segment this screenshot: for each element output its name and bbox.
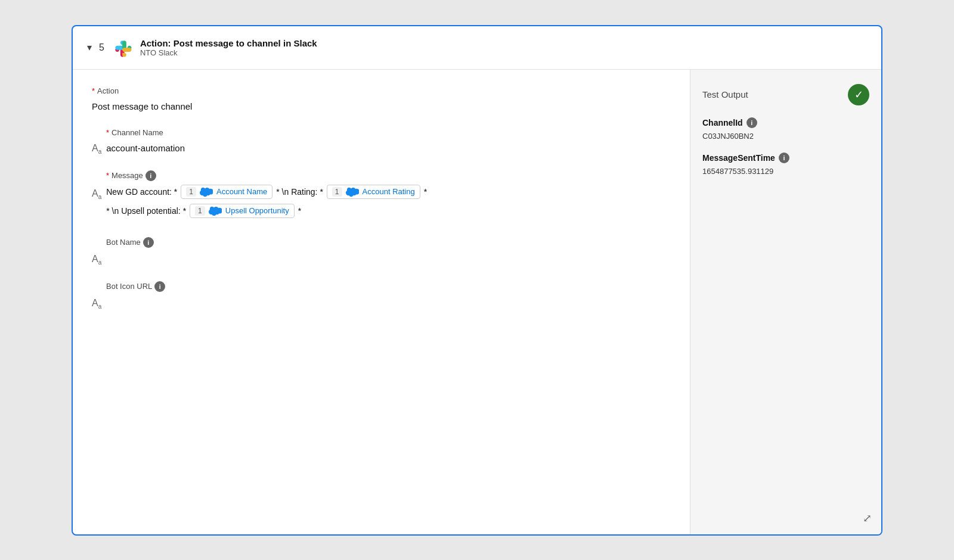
slack-logo-icon <box>111 37 133 58</box>
channel-id-value: C03JNJ60BN2 <box>702 132 869 141</box>
side-panel: Test Output ✓ ChannelId i C03JNJ60BN2 Me… <box>690 70 881 534</box>
channel-name-row: Aa account-automation <box>92 141 671 156</box>
message-sent-time-label: MessageSentTime i <box>702 153 869 163</box>
action-header: ▾ 5 Action: Post message to channel in S… <box>73 26 881 70</box>
collapse-chevron[interactable]: ▾ <box>87 42 92 53</box>
message-line2-end: * <box>298 206 301 216</box>
account-name-pill[interactable]: 1 Account Name <box>181 185 272 199</box>
aa-symbol-channel: Aa <box>92 142 101 156</box>
message-sent-time-field: MessageSentTime i 1654877535.931129 <box>702 153 869 176</box>
header-text: Action: Post message to channel in Slack… <box>140 38 317 57</box>
message-required-star: * <box>106 171 109 180</box>
salesforce-cloud-icon-1 <box>200 187 213 197</box>
pill3-label: Upsell Opportunity <box>225 206 289 215</box>
pill1-num: 1 <box>186 187 196 197</box>
test-output-title: Test Output <box>702 89 748 99</box>
pill2-label: Account Rating <box>363 187 415 196</box>
message-line-2: * \n Upsell potential: * 1 Upsell Opport… <box>106 204 427 218</box>
message-mid: * \n Rating: * <box>276 187 323 197</box>
message-line-1: New GD account: * 1 Account Name * \n Ra… <box>106 185 427 199</box>
message-sent-time-value: 1654877535.931129 <box>702 167 869 176</box>
pill2-num: 1 <box>332 187 342 197</box>
bot-icon-url-section: Bot Icon URL i Aa <box>92 281 671 311</box>
action-label: * Action <box>92 86 671 95</box>
bot-name-row: Aa <box>92 251 671 267</box>
expand-icon[interactable]: ⤢ <box>863 512 872 525</box>
channel-required-star: * <box>106 128 109 137</box>
bot-name-info-icon[interactable]: i <box>143 237 154 248</box>
message-prefix: New GD account: * <box>106 187 177 197</box>
side-panel-header: Test Output ✓ <box>702 84 869 105</box>
action-title: Action: Post message to channel in Slack <box>140 38 317 48</box>
bot-icon-info-icon[interactable]: i <box>154 281 165 292</box>
success-check-icon: ✓ <box>848 84 869 105</box>
salesforce-cloud-icon-3 <box>209 206 222 216</box>
pill1-label: Account Name <box>216 187 267 196</box>
bot-name-label: Bot Name i <box>92 237 671 248</box>
channel-name-section: * Channel Name Aa account-automation <box>92 128 671 156</box>
message-lines: New GD account: * 1 Account Name * \n Ra… <box>106 185 427 223</box>
message-content-row: Aa New GD account: * 1 Account Name <box>92 185 671 223</box>
salesforce-cloud-icon-2 <box>346 187 359 197</box>
aa-symbol-message: Aa <box>92 187 101 201</box>
message-section: * Message i Aa New GD account: * 1 <box>92 170 671 223</box>
action-subtitle: NTO Slack <box>140 48 317 57</box>
message-info-icon[interactable]: i <box>145 170 156 181</box>
content-area: * Action Post message to channel * Chann… <box>73 70 881 534</box>
bot-icon-url-label: Bot Icon URL i <box>92 281 671 292</box>
main-card: ▾ 5 Action: Post message to channel in S… <box>72 25 882 536</box>
upsell-opportunity-pill[interactable]: 1 Upsell Opportunity <box>190 204 295 218</box>
bot-icon-url-row: Aa <box>92 295 671 311</box>
message-end: * <box>424 187 427 197</box>
channel-name-label: * Channel Name <box>92 128 671 137</box>
action-required-star: * <box>92 86 95 95</box>
message-line2-prefix: * \n Upsell potential: * <box>106 206 186 216</box>
bot-name-section: Bot Name i Aa <box>92 237 671 267</box>
message-sent-time-info-icon[interactable]: i <box>779 153 789 163</box>
channel-name-value: account-automation <box>106 141 185 155</box>
account-rating-pill[interactable]: 1 Account Rating <box>327 185 420 199</box>
channel-id-info-icon[interactable]: i <box>747 117 757 128</box>
aa-symbol-bot-icon: Aa <box>92 297 101 311</box>
channel-id-label: ChannelId i <box>702 117 869 128</box>
action-field-section: * Action Post message to channel <box>92 86 671 114</box>
step-number: 5 <box>99 42 104 53</box>
action-value: Post message to channel <box>92 99 671 114</box>
channel-id-field: ChannelId i C03JNJ60BN2 <box>702 117 869 141</box>
pill3-num: 1 <box>195 206 205 216</box>
main-panel: * Action Post message to channel * Chann… <box>73 70 690 534</box>
message-label: * Message i <box>92 170 671 181</box>
aa-symbol-bot-name: Aa <box>92 253 101 267</box>
